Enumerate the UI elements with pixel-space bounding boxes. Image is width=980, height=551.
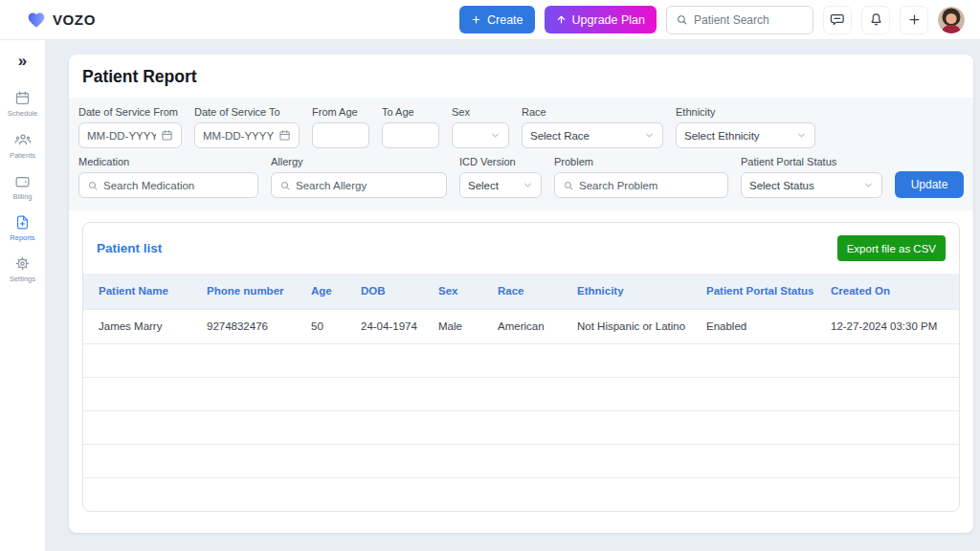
- filter-problem: Problem: [554, 156, 728, 198]
- heart-logo-icon: [27, 11, 46, 30]
- filter-to-age: To Age: [382, 106, 439, 148]
- messages-button[interactable]: [823, 6, 852, 34]
- sidebar-item-schedule[interactable]: Schedule: [0, 88, 46, 120]
- empty-row: [83, 377, 959, 410]
- sidebar-item-billing[interactable]: Billing: [0, 171, 46, 203]
- date-from-input[interactable]: [78, 122, 182, 148]
- bell-icon: [868, 11, 884, 28]
- col-created-on: Created On: [815, 274, 959, 309]
- problem-search[interactable]: [554, 172, 728, 198]
- chevron-down-icon: [644, 130, 655, 141]
- cell-age: 50: [296, 309, 345, 343]
- col-race: Race: [482, 274, 562, 309]
- ethnicity-select[interactable]: Select Ethnicity: [676, 122, 815, 148]
- medication-search[interactable]: [78, 172, 258, 198]
- col-phone-number: Phone number: [191, 274, 296, 309]
- cell-patient-name: James Marry: [83, 309, 191, 343]
- sidebar-item-patients[interactable]: Patients: [0, 129, 46, 162]
- filter-date-of-service-to: Date of Service To: [194, 106, 300, 148]
- col-dob: DOB: [345, 274, 423, 309]
- date-to-input[interactable]: [194, 122, 300, 148]
- topbar: VOZO Create Upgrade Plan: [0, 0, 980, 40]
- col-age: Age: [296, 274, 345, 309]
- to-age-input[interactable]: [390, 130, 431, 142]
- gear-icon: [14, 255, 31, 272]
- col-patient-name: Patient Name: [83, 274, 191, 309]
- chevron-down-icon: [523, 180, 533, 190]
- search-icon: [563, 180, 574, 191]
- col-ethnicity: Ethnicity: [562, 274, 691, 309]
- brand-name: VOZO: [53, 11, 96, 28]
- cell-ethnicity: Not Hispanic or Latino: [562, 309, 691, 343]
- patient-search-box[interactable]: [666, 6, 813, 34]
- file-plus-icon: [14, 214, 31, 231]
- cell-sex: Male: [423, 309, 482, 343]
- cell-portal-status: Enabled: [691, 309, 815, 343]
- col-portal-status: Patient Portal Status: [691, 274, 815, 309]
- people-icon: [14, 131, 32, 148]
- user-avatar[interactable]: [938, 7, 965, 33]
- arrow-up-icon: [556, 14, 567, 25]
- main-content: Patient Report Date of Service From: [46, 40, 980, 551]
- patient-list-title: Patient list: [97, 241, 162, 255]
- sidebar: » Schedule Patients: [0, 40, 46, 551]
- filter-ethnicity: Ethnicity Select Ethnicity: [676, 106, 815, 148]
- empty-row: [83, 343, 959, 377]
- cell-phone-number: 9274832476: [191, 309, 296, 343]
- sex-select[interactable]: [452, 122, 509, 148]
- calendar-icon[interactable]: [161, 129, 173, 142]
- chevron-down-icon: [863, 180, 874, 190]
- patient-list-card: Patient list Export file as CSV Patient …: [82, 222, 960, 512]
- filter-medication: Medication: [78, 156, 258, 198]
- empty-row: [83, 410, 959, 444]
- cell-created-on: 12-27-2024 03:30 PM: [815, 309, 959, 343]
- upgrade-plan-button[interactable]: Upgrade Plan: [545, 6, 657, 33]
- filter-race: Race Select Race: [522, 106, 663, 148]
- filters-panel: Date of Service From Date of Service To: [69, 98, 973, 210]
- filter-from-age: From Age: [312, 106, 369, 148]
- filter-date-of-service-from: Date of Service From: [78, 106, 182, 148]
- calendar-icon: [14, 90, 31, 106]
- plus-icon: [471, 14, 481, 25]
- patient-report-card: Patient Report Date of Service From: [69, 55, 973, 533]
- filter-icd-version: ICD Version Select: [459, 156, 542, 198]
- brand-logo[interactable]: VOZO: [27, 11, 96, 30]
- search-icon: [279, 180, 291, 191]
- export-csv-button[interactable]: Export file as CSV: [837, 235, 946, 261]
- create-button[interactable]: Create: [459, 6, 535, 33]
- col-sex: Sex: [423, 274, 482, 309]
- search-icon: [676, 13, 688, 26]
- from-age-input[interactable]: [321, 130, 361, 142]
- table-row[interactable]: James Marry 9274832476 50 24-04-1974 Mal…: [83, 309, 959, 343]
- calendar-icon[interactable]: [278, 129, 291, 142]
- portal-status-select[interactable]: Select Status: [741, 172, 882, 198]
- search-icon: [87, 180, 99, 191]
- notifications-button[interactable]: [861, 6, 890, 34]
- sidebar-item-reports[interactable]: Reports: [0, 212, 46, 244]
- allergy-search[interactable]: [271, 172, 447, 198]
- chevron-down-icon: [490, 130, 501, 141]
- patient-table: Patient Name Phone number Age DOB Sex Ra…: [83, 274, 959, 511]
- icd-version-select[interactable]: Select: [459, 172, 542, 198]
- filter-allergy: Allergy: [271, 156, 447, 198]
- filter-sex: Sex: [452, 106, 509, 148]
- cell-dob: 24-04-1974: [345, 309, 423, 343]
- sidebar-expand-button[interactable]: »: [18, 53, 27, 69]
- race-select[interactable]: Select Race: [522, 122, 663, 148]
- patient-search-input[interactable]: [694, 13, 804, 27]
- cell-race: American: [482, 309, 562, 343]
- sidebar-item-settings[interactable]: Settings: [0, 253, 46, 285]
- empty-row: [83, 477, 959, 511]
- table-header-row: Patient Name Phone number Age DOB Sex Ra…: [83, 274, 959, 309]
- add-button[interactable]: [900, 6, 928, 34]
- plus-icon: [907, 12, 922, 27]
- update-button[interactable]: Update: [895, 171, 964, 198]
- chevron-down-icon: [796, 130, 807, 141]
- wallet-icon: [14, 173, 31, 189]
- empty-row: [83, 444, 959, 477]
- filter-patient-portal-status: Patient Portal Status Select Status: [741, 156, 882, 198]
- chat-bubble-icon: [830, 11, 846, 28]
- page-title: Patient Report: [69, 55, 973, 98]
